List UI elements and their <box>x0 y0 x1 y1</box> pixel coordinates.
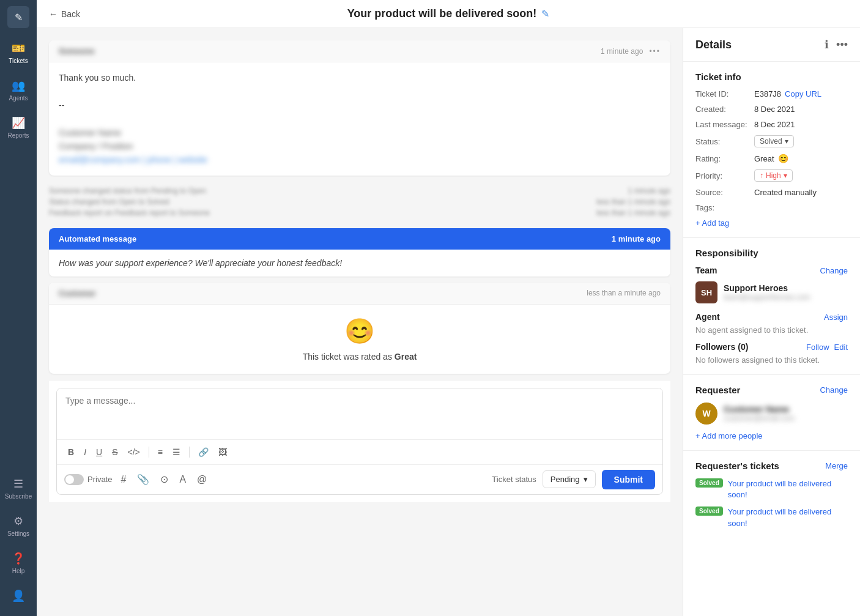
message-body: Thank you so much. -- Customer Name Comp… <box>49 62 670 176</box>
message-separator: -- <box>59 98 661 112</box>
status-select[interactable]: Pending ▾ <box>543 470 596 488</box>
private-toggle[interactable]: Private <box>64 474 112 485</box>
agent-assign-button[interactable]: Assign <box>824 313 848 322</box>
message-blurred-contact: email@company.com | phone | website <box>59 153 661 166</box>
priority-row: Priority: ↑ High ▾ <box>695 169 848 182</box>
rating-label: Rating: <box>695 154 751 163</box>
sidebar-item-label: Subscribe <box>5 493 32 500</box>
agents-icon: 👥 <box>12 79 25 92</box>
no-followers-text: No followers assigned to this ticket. <box>695 355 848 365</box>
ticket-link[interactable]: Your product will be delivered soon! <box>728 507 848 529</box>
edit-icon[interactable]: ✎ <box>541 8 549 20</box>
copy-url-link[interactable]: Copy URL <box>785 89 821 98</box>
strikethrough-button[interactable]: S <box>108 445 121 459</box>
merge-button[interactable]: Merge <box>825 461 848 470</box>
followers-label: Followers (0) <box>695 342 748 352</box>
responsibility-section: Responsibility Team Change SH Support He… <box>683 238 860 375</box>
message-meta: 1 minute ago ••• <box>601 47 661 56</box>
automated-label: Automated message <box>59 234 136 243</box>
submit-button[interactable]: Submit <box>602 470 655 489</box>
sidebar-item-settings[interactable]: ⚙ Settings <box>5 507 32 544</box>
sidebar-item-subscribe[interactable]: ☰ Subscribe <box>5 470 32 507</box>
compose-footer-left: Private # 📎 ⊙ A @ <box>64 471 209 488</box>
follow-button[interactable]: Follow <box>806 343 829 352</box>
sidebar-item-tickets[interactable]: 🎫 Tickets <box>0 34 37 72</box>
more-options-icon[interactable]: ••• <box>836 39 848 51</box>
message-options-button[interactable]: ••• <box>649 47 661 56</box>
rating-header: Customer less than a minute ago <box>49 283 670 305</box>
team-email: team@supportheroes.com <box>724 293 810 302</box>
ticket-id-label: Ticket ID: <box>695 89 751 98</box>
status-row: Status: Solved ▾ <box>695 135 848 147</box>
source-row: Source: Created manually <box>695 188 848 197</box>
format-button[interactable]: A <box>177 472 188 488</box>
ordered-list-button[interactable]: ≡ <box>154 445 166 459</box>
add-people-button[interactable]: + Add more people <box>695 431 763 440</box>
activity-item: Someone changed status from Pending to O… <box>49 187 670 195</box>
italic-button[interactable]: I <box>80 445 90 459</box>
priority-arrow-icon: ↑ <box>760 171 763 180</box>
back-button[interactable]: ← Back <box>49 9 80 19</box>
sidebar-logo[interactable]: ✎ <box>7 6 29 28</box>
sidebar-item-agents[interactable]: 👥 Agents <box>0 72 37 109</box>
message-time: 1 minute ago <box>601 47 643 56</box>
activity-item: Status changed from Open to Solved less … <box>49 198 670 206</box>
solved-badge: Solved <box>695 478 723 488</box>
requester-tickets-section: Requester's tickets Merge Solved Your pr… <box>683 451 860 545</box>
sidebar-item-label: Tickets <box>9 58 28 64</box>
no-agent-text: No agent assigned to this ticket. <box>695 325 848 335</box>
sidebar-item-profile[interactable]: 👤 <box>5 582 32 610</box>
automated-body: How was your support experience? We'll a… <box>49 250 670 276</box>
add-tag-button[interactable]: + Add tag <box>695 218 729 228</box>
back-label: Back <box>61 9 80 19</box>
automated-message-card: Automated message 1 minute ago How was y… <box>49 228 670 276</box>
settings-icon: ⚙ <box>13 514 23 528</box>
compose-input[interactable] <box>57 388 662 437</box>
code-button[interactable]: </> <box>124 445 143 459</box>
automated-header: Automated message 1 minute ago <box>49 228 670 250</box>
message-sender: Someone <box>59 46 95 56</box>
page-title: Your product will be delivered soon! <box>347 7 537 20</box>
ticket-status-label: Ticket status <box>492 475 536 484</box>
created-label: Created: <box>695 105 751 114</box>
edit-followers-button[interactable]: Edit <box>834 343 848 352</box>
activity-time: 1 minute ago <box>628 187 670 195</box>
underline-button[interactable]: U <box>92 445 106 459</box>
agent-label: Agent <box>695 312 720 322</box>
team-details: Support Heroes team@supportheroes.com <box>724 283 810 302</box>
hashtag-button[interactable]: # <box>118 472 128 488</box>
activity-time: less than 1 minute ago <box>596 209 670 217</box>
sidebar-item-help[interactable]: ❓ Help <box>5 544 32 582</box>
rating-time: less than a minute ago <box>587 289 661 297</box>
ticket-item: Solved Your product will be delivered so… <box>695 507 848 529</box>
requester-avatar: W <box>695 403 717 425</box>
ticket-link[interactable]: Your product will be delivered soon! <box>728 478 848 500</box>
emoji-button[interactable]: @ <box>195 472 209 488</box>
toggle-switch[interactable] <box>64 474 84 485</box>
content-area: Someone 1 minute ago ••• Thank you so mu… <box>37 28 860 616</box>
status-badge[interactable]: Solved ▾ <box>754 135 794 147</box>
chevron-down-icon: ▾ <box>584 475 588 484</box>
smiley-icon: 😊 <box>59 317 661 346</box>
info-icon[interactable]: ℹ <box>825 38 829 51</box>
requester-change-button[interactable]: Change <box>820 385 848 395</box>
priority-badge[interactable]: ↑ High ▾ <box>754 169 793 182</box>
image-button[interactable]: 🖼 <box>215 445 231 459</box>
unordered-list-button[interactable]: ☰ <box>169 445 184 459</box>
requester-name: Customer Name <box>724 404 795 414</box>
team-change-button[interactable]: Change <box>820 266 848 275</box>
sidebar-item-label: Help <box>12 568 25 574</box>
bold-button[interactable]: B <box>64 445 78 459</box>
attachment-button[interactable]: 📎 <box>135 471 152 488</box>
chevron-down-icon: ▾ <box>785 137 788 146</box>
tickets-title: Requester's tickets <box>695 461 779 471</box>
link-button[interactable]: 🔗 <box>195 445 212 459</box>
responsibility-title: Responsibility <box>695 248 848 258</box>
help-icon: ❓ <box>12 552 25 565</box>
messages-panel: Someone 1 minute ago ••• Thank you so mu… <box>37 28 683 616</box>
main-area: ← Back Your product will be delivered so… <box>37 0 860 616</box>
mention-button[interactable]: ⊙ <box>158 471 171 488</box>
sidebar-item-reports[interactable]: 📈 Reports <box>0 109 37 146</box>
team-label: Team <box>695 265 717 275</box>
message-header: Someone 1 minute ago ••• <box>49 40 670 62</box>
